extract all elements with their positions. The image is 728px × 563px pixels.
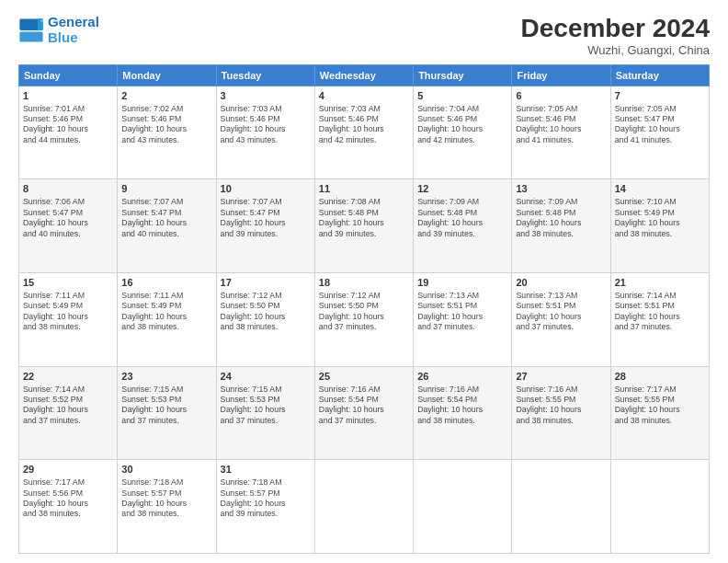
col-wednesday: Wednesday xyxy=(314,64,413,86)
day-number: 1 xyxy=(23,89,113,103)
day-info: Sunrise: 7:05 AMSunset: 5:47 PMDaylight:… xyxy=(615,104,705,146)
day-number: 26 xyxy=(417,370,507,384)
day-info: Sunrise: 7:18 AMSunset: 5:57 PMDaylight:… xyxy=(121,477,211,520)
calendar-cell xyxy=(314,460,413,554)
day-number: 15 xyxy=(23,276,113,290)
day-info: Sunrise: 7:09 AMSunset: 5:48 PMDaylight:… xyxy=(516,197,606,239)
calendar-week-2: 8Sunrise: 7:06 AMSunset: 5:47 PMDaylight… xyxy=(19,179,710,273)
day-number: 6 xyxy=(516,89,606,103)
day-number: 9 xyxy=(121,182,211,196)
calendar-cell xyxy=(610,460,709,554)
calendar-cell: 4Sunrise: 7:03 AMSunset: 5:46 PMDaylight… xyxy=(314,86,413,179)
calendar-cell: 6Sunrise: 7:05 AMSunset: 5:46 PMDaylight… xyxy=(512,86,610,179)
calendar-cell xyxy=(414,460,512,554)
col-saturday: Saturday xyxy=(610,64,709,86)
calendar-cell: 16Sunrise: 7:11 AMSunset: 5:49 PMDayligh… xyxy=(118,273,216,367)
day-info: Sunrise: 7:17 AMSunset: 5:56 PMDaylight:… xyxy=(23,477,113,520)
calendar-cell: 10Sunrise: 7:07 AMSunset: 5:47 PMDayligh… xyxy=(216,179,314,273)
day-number: 22 xyxy=(23,370,113,384)
calendar-cell xyxy=(512,460,610,554)
day-info: Sunrise: 7:18 AMSunset: 5:57 PMDaylight:… xyxy=(221,477,311,520)
calendar-cell: 17Sunrise: 7:12 AMSunset: 5:50 PMDayligh… xyxy=(216,273,314,367)
day-info: Sunrise: 7:13 AMSunset: 5:51 PMDaylight:… xyxy=(516,291,606,333)
calendar-cell: 25Sunrise: 7:16 AMSunset: 5:54 PMDayligh… xyxy=(314,366,413,460)
day-number: 19 xyxy=(417,276,507,290)
calendar-cell: 23Sunrise: 7:15 AMSunset: 5:53 PMDayligh… xyxy=(118,366,216,460)
day-info: Sunrise: 7:09 AMSunset: 5:48 PMDaylight:… xyxy=(417,197,507,239)
day-number: 14 xyxy=(615,182,705,196)
day-number: 3 xyxy=(221,89,311,103)
col-friday: Friday xyxy=(512,64,610,86)
calendar-cell: 8Sunrise: 7:06 AMSunset: 5:47 PMDaylight… xyxy=(19,179,118,273)
col-thursday: Thursday xyxy=(414,64,512,86)
calendar-cell: 14Sunrise: 7:10 AMSunset: 5:49 PMDayligh… xyxy=(610,179,709,273)
day-number: 8 xyxy=(23,182,113,196)
calendar-cell: 28Sunrise: 7:17 AMSunset: 5:55 PMDayligh… xyxy=(610,366,709,460)
day-number: 29 xyxy=(23,463,113,477)
calendar-cell: 13Sunrise: 7:09 AMSunset: 5:48 PMDayligh… xyxy=(512,179,610,273)
logo-text: General Blue xyxy=(48,15,99,45)
day-info: Sunrise: 7:11 AMSunset: 5:49 PMDaylight:… xyxy=(121,291,211,333)
calendar-cell: 19Sunrise: 7:13 AMSunset: 5:51 PMDayligh… xyxy=(414,273,512,367)
calendar-table: Sunday Monday Tuesday Wednesday Thursday… xyxy=(18,64,710,554)
day-info: Sunrise: 7:12 AMSunset: 5:50 PMDaylight:… xyxy=(221,291,311,333)
day-number: 30 xyxy=(121,463,211,477)
col-monday: Monday xyxy=(118,64,216,86)
calendar-cell: 31Sunrise: 7:18 AMSunset: 5:57 PMDayligh… xyxy=(216,460,314,554)
day-info: Sunrise: 7:13 AMSunset: 5:51 PMDaylight:… xyxy=(417,291,507,333)
month-title: December 2024 xyxy=(521,15,710,43)
day-info: Sunrise: 7:12 AMSunset: 5:50 PMDaylight:… xyxy=(319,291,409,333)
calendar-cell: 27Sunrise: 7:16 AMSunset: 5:55 PMDayligh… xyxy=(512,366,610,460)
day-number: 28 xyxy=(615,370,705,384)
day-info: Sunrise: 7:01 AMSunset: 5:46 PMDaylight:… xyxy=(23,104,113,146)
day-number: 13 xyxy=(516,182,606,196)
page: General Blue December 2024 Wuzhi, Guangx… xyxy=(0,0,728,563)
calendar-cell: 18Sunrise: 7:12 AMSunset: 5:50 PMDayligh… xyxy=(314,273,413,367)
day-number: 5 xyxy=(417,89,507,103)
logo-line2: Blue xyxy=(48,30,99,46)
calendar-cell: 30Sunrise: 7:18 AMSunset: 5:57 PMDayligh… xyxy=(118,460,216,554)
title-block: December 2024 Wuzhi, Guangxi, China xyxy=(521,15,710,57)
day-info: Sunrise: 7:07 AMSunset: 5:47 PMDaylight:… xyxy=(221,197,311,239)
calendar-week-4: 22Sunrise: 7:14 AMSunset: 5:52 PMDayligh… xyxy=(19,366,710,460)
calendar-cell: 20Sunrise: 7:13 AMSunset: 5:51 PMDayligh… xyxy=(512,273,610,367)
day-info: Sunrise: 7:07 AMSunset: 5:47 PMDaylight:… xyxy=(121,197,211,239)
day-info: Sunrise: 7:14 AMSunset: 5:52 PMDaylight:… xyxy=(23,385,113,427)
calendar-cell: 3Sunrise: 7:03 AMSunset: 5:46 PMDaylight… xyxy=(216,86,314,179)
day-number: 2 xyxy=(121,89,211,103)
calendar-cell: 2Sunrise: 7:02 AMSunset: 5:46 PMDaylight… xyxy=(118,86,216,179)
day-number: 17 xyxy=(221,276,311,290)
calendar-cell: 7Sunrise: 7:05 AMSunset: 5:47 PMDaylight… xyxy=(610,86,709,179)
day-info: Sunrise: 7:03 AMSunset: 5:46 PMDaylight:… xyxy=(221,104,311,146)
day-info: Sunrise: 7:16 AMSunset: 5:55 PMDaylight:… xyxy=(516,385,606,427)
header: General Blue December 2024 Wuzhi, Guangx… xyxy=(18,15,710,57)
day-info: Sunrise: 7:16 AMSunset: 5:54 PMDaylight:… xyxy=(319,385,409,427)
day-number: 16 xyxy=(121,276,211,290)
calendar-cell: 15Sunrise: 7:11 AMSunset: 5:49 PMDayligh… xyxy=(19,273,118,367)
calendar-week-1: 1Sunrise: 7:01 AMSunset: 5:46 PMDaylight… xyxy=(19,86,710,179)
day-info: Sunrise: 7:05 AMSunset: 5:46 PMDaylight:… xyxy=(516,104,606,146)
day-number: 24 xyxy=(221,370,311,384)
day-info: Sunrise: 7:11 AMSunset: 5:49 PMDaylight:… xyxy=(23,291,113,333)
day-info: Sunrise: 7:10 AMSunset: 5:49 PMDaylight:… xyxy=(615,197,705,239)
calendar-cell: 21Sunrise: 7:14 AMSunset: 5:51 PMDayligh… xyxy=(610,273,709,367)
day-info: Sunrise: 7:03 AMSunset: 5:46 PMDaylight:… xyxy=(319,104,409,146)
day-number: 7 xyxy=(615,89,705,103)
day-number: 27 xyxy=(516,370,606,384)
day-info: Sunrise: 7:15 AMSunset: 5:53 PMDaylight:… xyxy=(121,385,211,427)
day-number: 4 xyxy=(319,89,409,103)
day-number: 31 xyxy=(221,463,311,477)
day-info: Sunrise: 7:16 AMSunset: 5:54 PMDaylight:… xyxy=(417,385,507,427)
calendar-cell: 11Sunrise: 7:08 AMSunset: 5:48 PMDayligh… xyxy=(314,179,413,273)
day-info: Sunrise: 7:14 AMSunset: 5:51 PMDaylight:… xyxy=(615,291,705,333)
calendar-cell: 9Sunrise: 7:07 AMSunset: 5:47 PMDaylight… xyxy=(118,179,216,273)
calendar-week-3: 15Sunrise: 7:11 AMSunset: 5:49 PMDayligh… xyxy=(19,273,710,367)
svg-rect-1 xyxy=(19,31,42,41)
day-number: 11 xyxy=(319,182,409,196)
day-info: Sunrise: 7:08 AMSunset: 5:48 PMDaylight:… xyxy=(319,197,409,239)
calendar-cell: 22Sunrise: 7:14 AMSunset: 5:52 PMDayligh… xyxy=(19,366,118,460)
day-info: Sunrise: 7:02 AMSunset: 5:46 PMDaylight:… xyxy=(121,104,211,146)
calendar-cell: 1Sunrise: 7:01 AMSunset: 5:46 PMDaylight… xyxy=(19,86,118,179)
col-sunday: Sunday xyxy=(19,64,118,86)
day-number: 18 xyxy=(319,276,409,290)
